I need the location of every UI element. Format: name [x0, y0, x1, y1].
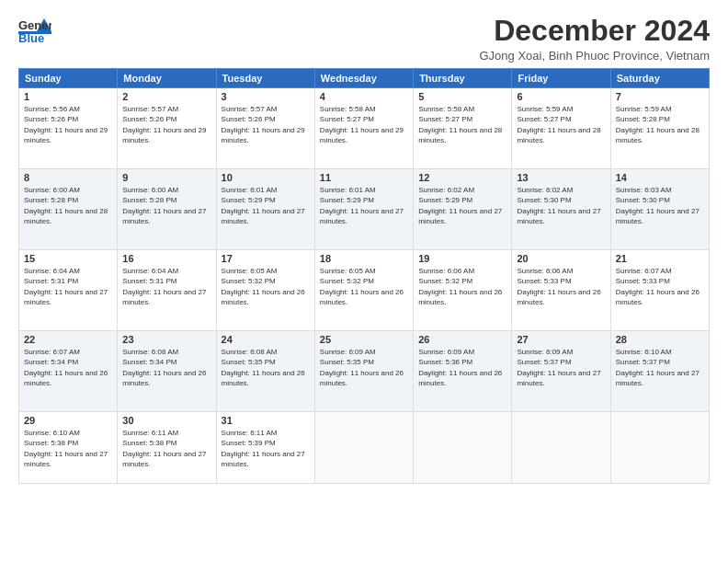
table-row: 4 Sunrise: 5:58 AMSunset: 5:27 PMDayligh…: [314, 88, 413, 169]
cell-info: Sunrise: 6:11 AMSunset: 5:39 PMDaylight:…: [222, 429, 305, 468]
cell-info: Sunrise: 6:01 AMSunset: 5:29 PMDaylight:…: [222, 186, 305, 225]
cell-info: Sunrise: 6:08 AMSunset: 5:35 PMDaylight:…: [222, 348, 305, 387]
page: General Blue December 2024 GJong Xoai, B…: [0, 0, 728, 563]
cell-info: Sunrise: 6:09 AMSunset: 5:37 PMDaylight:…: [517, 348, 600, 387]
day-number: 5: [418, 91, 506, 102]
cell-info: Sunrise: 6:06 AMSunset: 5:32 PMDaylight:…: [418, 267, 502, 306]
logo-icon: General Blue: [18, 15, 51, 48]
day-number: 22: [24, 334, 112, 345]
day-number: 23: [122, 334, 210, 345]
day-number: 26: [418, 334, 506, 345]
day-number: 27: [517, 334, 605, 345]
table-row: 25 Sunrise: 6:09 AMSunset: 5:35 PMDaylig…: [314, 331, 413, 412]
day-number: 16: [122, 253, 210, 264]
cell-info: Sunrise: 6:05 AMSunset: 5:32 PMDaylight:…: [222, 267, 305, 306]
table-row: 23 Sunrise: 6:08 AMSunset: 5:34 PMDaylig…: [118, 331, 216, 412]
day-number: 8: [24, 172, 112, 183]
table-row: 19 Sunrise: 6:06 AMSunset: 5:32 PMDaylig…: [414, 250, 512, 331]
cell-info: Sunrise: 5:57 AMSunset: 5:26 PMDaylight:…: [222, 105, 305, 144]
day-number: 17: [222, 253, 310, 264]
table-row: [414, 412, 512, 484]
cell-info: Sunrise: 6:09 AMSunset: 5:36 PMDaylight:…: [418, 348, 502, 387]
cell-info: Sunrise: 5:56 AMSunset: 5:26 PMDaylight:…: [24, 105, 108, 144]
cell-info: Sunrise: 6:07 AMSunset: 5:34 PMDaylight:…: [24, 348, 108, 387]
table-row: 27 Sunrise: 6:09 AMSunset: 5:37 PMDaylig…: [512, 331, 610, 412]
table-row: 17 Sunrise: 6:05 AMSunset: 5:32 PMDaylig…: [216, 250, 314, 331]
cell-info: Sunrise: 6:00 AMSunset: 5:28 PMDaylight:…: [24, 186, 108, 225]
svg-text:General: General: [18, 18, 51, 32]
title-section: December 2024 GJong Xoai, Binh Phuoc Pro…: [479, 15, 710, 63]
day-number: 6: [517, 91, 605, 102]
day-number: 19: [418, 253, 506, 264]
svg-text:Blue: Blue: [18, 31, 44, 45]
day-number: 13: [517, 172, 605, 183]
day-number: 31: [222, 415, 310, 426]
day-number: 15: [24, 253, 112, 264]
cell-info: Sunrise: 6:11 AMSunset: 5:38 PMDaylight:…: [122, 429, 206, 468]
cell-info: Sunrise: 5:58 AMSunset: 5:27 PMDaylight:…: [320, 105, 404, 144]
day-number: 21: [616, 253, 704, 264]
col-tuesday: Tuesday: [216, 69, 314, 88]
cell-info: Sunrise: 6:04 AMSunset: 5:31 PMDaylight:…: [24, 267, 108, 306]
table-row: 13 Sunrise: 6:02 AMSunset: 5:30 PMDaylig…: [512, 169, 610, 250]
table-row: 24 Sunrise: 6:08 AMSunset: 5:35 PMDaylig…: [216, 331, 314, 412]
day-number: 9: [122, 172, 210, 183]
table-row: 1 Sunrise: 5:56 AMSunset: 5:26 PMDayligh…: [19, 88, 118, 169]
table-row: 26 Sunrise: 6:09 AMSunset: 5:36 PMDaylig…: [414, 331, 512, 412]
cell-info: Sunrise: 6:02 AMSunset: 5:30 PMDaylight:…: [517, 186, 600, 225]
cell-info: Sunrise: 6:01 AMSunset: 5:29 PMDaylight:…: [320, 186, 404, 225]
table-row: 31 Sunrise: 6:11 AMSunset: 5:39 PMDaylig…: [216, 412, 314, 484]
table-row: 16 Sunrise: 6:04 AMSunset: 5:31 PMDaylig…: [118, 250, 216, 331]
table-row: 2 Sunrise: 5:57 AMSunset: 5:26 PMDayligh…: [118, 88, 216, 169]
col-monday: Monday: [118, 69, 216, 88]
day-number: 30: [122, 415, 210, 426]
day-number: 28: [616, 334, 704, 345]
cell-info: Sunrise: 5:57 AMSunset: 5:26 PMDaylight:…: [122, 105, 206, 144]
table-row: 18 Sunrise: 6:05 AMSunset: 5:32 PMDaylig…: [314, 250, 413, 331]
day-number: 1: [24, 91, 112, 102]
cell-info: Sunrise: 6:10 AMSunset: 5:38 PMDaylight:…: [24, 429, 108, 468]
table-row: 14 Sunrise: 6:03 AMSunset: 5:30 PMDaylig…: [610, 169, 709, 250]
col-sunday: Sunday: [19, 69, 118, 88]
day-number: 20: [517, 253, 605, 264]
cell-info: Sunrise: 6:05 AMSunset: 5:32 PMDaylight:…: [320, 267, 404, 306]
cell-info: Sunrise: 5:59 AMSunset: 5:28 PMDaylight:…: [616, 105, 700, 144]
month-title: December 2024: [479, 15, 710, 47]
day-number: 3: [222, 91, 310, 102]
day-number: 25: [320, 334, 408, 345]
day-number: 4: [320, 91, 408, 102]
calendar-table: Sunday Monday Tuesday Wednesday Thursday…: [18, 68, 710, 484]
location: GJong Xoai, Binh Phuoc Province, Vietnam: [479, 49, 710, 63]
cell-info: Sunrise: 6:10 AMSunset: 5:37 PMDaylight:…: [616, 348, 700, 387]
cell-info: Sunrise: 6:02 AMSunset: 5:29 PMDaylight:…: [418, 186, 502, 225]
header: General Blue December 2024 GJong Xoai, B…: [18, 15, 710, 63]
day-number: 2: [122, 91, 210, 102]
col-thursday: Thursday: [414, 69, 512, 88]
cell-info: Sunrise: 6:00 AMSunset: 5:28 PMDaylight:…: [122, 186, 206, 225]
table-row: 9 Sunrise: 6:00 AMSunset: 5:28 PMDayligh…: [118, 169, 216, 250]
table-row: 22 Sunrise: 6:07 AMSunset: 5:34 PMDaylig…: [19, 331, 118, 412]
cell-info: Sunrise: 6:04 AMSunset: 5:31 PMDaylight:…: [122, 267, 206, 306]
day-number: 29: [24, 415, 112, 426]
table-row: [512, 412, 610, 484]
table-row: [610, 412, 709, 484]
day-number: 11: [320, 172, 408, 183]
cell-info: Sunrise: 6:08 AMSunset: 5:34 PMDaylight:…: [122, 348, 206, 387]
table-row: 6 Sunrise: 5:59 AMSunset: 5:27 PMDayligh…: [512, 88, 610, 169]
cell-info: Sunrise: 6:03 AMSunset: 5:30 PMDaylight:…: [616, 186, 700, 225]
table-row: 12 Sunrise: 6:02 AMSunset: 5:29 PMDaylig…: [414, 169, 512, 250]
cell-info: Sunrise: 6:06 AMSunset: 5:33 PMDaylight:…: [517, 267, 600, 306]
table-row: 29 Sunrise: 6:10 AMSunset: 5:38 PMDaylig…: [19, 412, 118, 484]
cell-info: Sunrise: 6:07 AMSunset: 5:33 PMDaylight:…: [616, 267, 700, 306]
col-wednesday: Wednesday: [314, 69, 413, 88]
table-row: 15 Sunrise: 6:04 AMSunset: 5:31 PMDaylig…: [19, 250, 118, 331]
header-row: Sunday Monday Tuesday Wednesday Thursday…: [19, 69, 710, 88]
day-number: 24: [222, 334, 310, 345]
table-row: [314, 412, 413, 484]
day-number: 12: [418, 172, 506, 183]
cell-info: Sunrise: 5:59 AMSunset: 5:27 PMDaylight:…: [517, 105, 600, 144]
table-row: 28 Sunrise: 6:10 AMSunset: 5:37 PMDaylig…: [610, 331, 709, 412]
cell-info: Sunrise: 5:58 AMSunset: 5:27 PMDaylight:…: [418, 105, 502, 144]
day-number: 10: [222, 172, 310, 183]
table-row: 21 Sunrise: 6:07 AMSunset: 5:33 PMDaylig…: [610, 250, 709, 331]
